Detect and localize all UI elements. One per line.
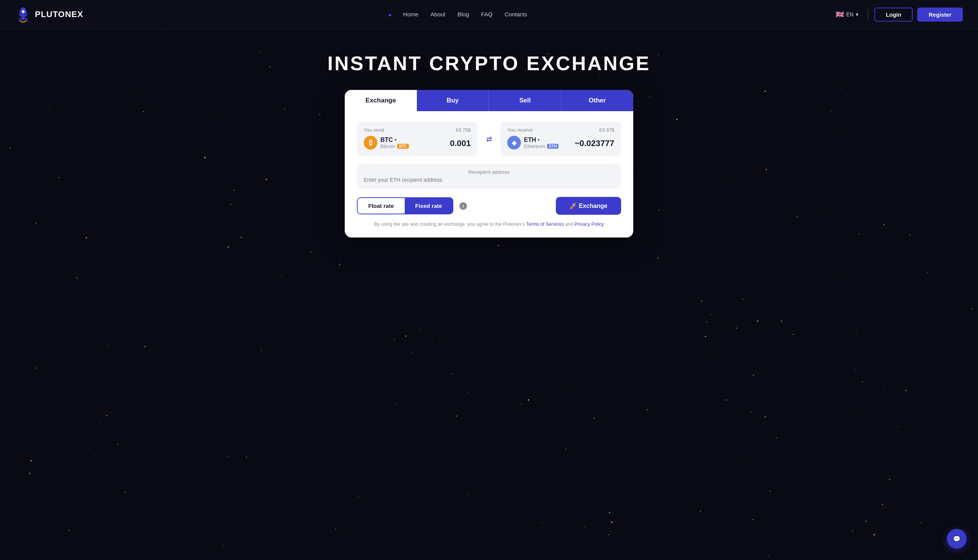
svg-point-4 — [22, 10, 24, 13]
logo-rocket-icon — [15, 5, 31, 23]
exchange-row: You send 63.78$ ₿ BTC ▾ — [357, 122, 621, 156]
receive-coin-selector[interactable]: ◆ ETH ▾ Ethereum ETH — [507, 136, 558, 150]
send-panel: You send 63.78$ ₿ BTC ▾ — [357, 122, 478, 156]
nav-faq[interactable]: FAQ — [481, 11, 492, 18]
language-selector[interactable]: 🇬🇧 EN ▾ — [833, 10, 861, 18]
terms-text: By using the site and creating an exchan… — [357, 222, 621, 227]
exchange-button[interactable]: 🚀 Exchange — [556, 197, 621, 215]
send-chevron-icon: ▾ — [395, 138, 396, 142]
send-usd: 63.78$ — [456, 127, 471, 133]
recipient-label: Recepient address — [364, 169, 614, 175]
receive-row: ◆ ETH ▾ Ethereum ETH — [507, 136, 614, 151]
terms-of-service-link[interactable]: Terms of Services — [526, 222, 564, 227]
send-coin-name: Bitcoin BTC — [380, 143, 409, 149]
lang-chevron-icon: ▾ — [856, 12, 858, 17]
receive-chevron-icon: ▾ — [538, 138, 540, 142]
tab-sell[interactable]: Sell — [489, 90, 561, 111]
recipient-input[interactable] — [364, 177, 614, 183]
chat-icon: 💬 — [953, 535, 961, 543]
tab-buy[interactable]: Buy — [417, 90, 489, 111]
eth-icon: ◆ — [507, 136, 521, 150]
hero-section: INSTANT CRYPTO EXCHANGE Exchange Buy Sel… — [0, 29, 978, 249]
fixed-rate-button[interactable]: Fixed rate — [405, 198, 453, 213]
navbar-right: 🇬🇧 EN ▾ Login Register — [833, 8, 963, 22]
chat-button[interactable]: 💬 — [947, 529, 966, 548]
eth-badge: ETH — [547, 144, 558, 149]
rate-buttons: Float rate Fixed rate — [357, 197, 453, 214]
float-rate-button[interactable]: Float rate — [358, 198, 405, 213]
login-button[interactable]: Login — [874, 8, 913, 22]
receive-panel: You receive 63.37$ ◆ ETH ▾ — [500, 122, 621, 156]
send-amount[interactable]: 0.001 — [409, 138, 471, 148]
eth-name-group: ETH ▾ Ethereum ETH — [524, 137, 558, 149]
send-label: You send — [364, 127, 384, 133]
logo[interactable]: PLUTONEX — [15, 5, 83, 23]
tab-other[interactable]: Other — [561, 90, 634, 111]
svg-rect-1 — [21, 17, 25, 20]
send-ticker: BTC ▾ — [380, 137, 409, 143]
recipient-box: Recepient address — [357, 164, 621, 188]
hero-title: INSTANT CRYPTO EXCHANGE — [8, 52, 970, 75]
exchange-card: Exchange Buy Sell Other You send 63.78$ — [345, 90, 633, 238]
rate-buttons-group: Float rate Fixed rate i — [357, 197, 467, 214]
send-coin-selector[interactable]: ₿ BTC ▾ Bitcoin BTC — [364, 136, 409, 150]
receive-usd: 63.37$ — [599, 127, 614, 133]
nav-blog[interactable]: Blog — [458, 11, 469, 18]
nav-home[interactable]: Home — [403, 11, 418, 18]
rate-row: Float rate Fixed rate i 🚀 Exchange — [357, 197, 621, 215]
svg-rect-6 — [25, 12, 28, 16]
register-button[interactable]: Register — [917, 8, 963, 22]
navbar: PLUTONEX Home About Blog FAQ Contacts 🇬🇧… — [0, 0, 978, 29]
send-row: ₿ BTC ▾ Bitcoin BTC — [364, 136, 471, 151]
nav-dot — [389, 14, 391, 16]
main-nav: Home About Blog FAQ Contacts — [389, 11, 527, 18]
flag-icon: 🇬🇧 — [836, 10, 844, 18]
nav-about[interactable]: About — [431, 11, 445, 18]
swap-icon[interactable]: ⇄ — [482, 135, 496, 143]
receive-amount: ~0.023777 — [558, 138, 614, 148]
btc-name-group: BTC ▾ Bitcoin BTC — [380, 137, 409, 149]
tab-exchange[interactable]: Exchange — [345, 90, 417, 111]
lang-label: EN — [846, 12, 853, 17]
privacy-policy-link[interactable]: Privacy Policy — [574, 222, 604, 227]
receive-label: You receive — [507, 127, 533, 133]
nav-divider — [868, 9, 868, 20]
btc-icon: ₿ — [364, 136, 377, 150]
send-header: You send 63.78$ — [364, 127, 471, 133]
btc-badge: BTC — [397, 144, 409, 149]
tab-bar: Exchange Buy Sell Other — [345, 90, 633, 111]
nav-contacts[interactable]: Contacts — [505, 11, 527, 18]
svg-rect-5 — [19, 12, 21, 16]
card-body: You send 63.78$ ₿ BTC ▾ — [345, 111, 633, 238]
rate-info-icon[interactable]: i — [460, 202, 467, 210]
receive-header: You receive 63.37$ — [507, 127, 614, 133]
receive-ticker: ETH ▾ — [524, 137, 558, 143]
logo-text: PLUTONEX — [35, 10, 83, 19]
receive-coin-name: Ethereum ETH — [524, 143, 558, 149]
